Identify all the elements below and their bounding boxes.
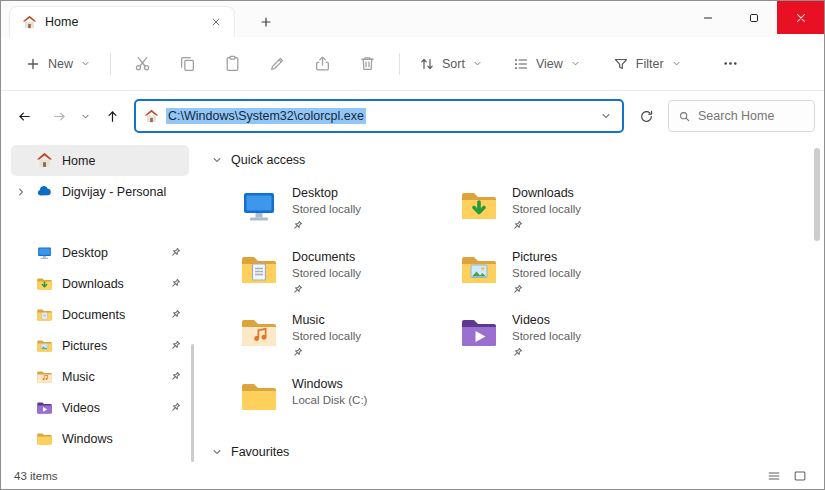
- folder-tile-documents[interactable]: Documents Stored locally: [239, 249, 459, 313]
- window-controls: [685, 1, 824, 34]
- command-toolbar: New Sort View Filter: [1, 37, 824, 91]
- windows-folder-icon: [239, 376, 279, 416]
- quick-access-grid: Desktop Stored locally Downloads Stored …: [239, 185, 679, 439]
- sidebar-item-label: Home: [62, 154, 95, 168]
- tab-home[interactable]: Home: [9, 6, 235, 37]
- pin-icon: [170, 371, 181, 382]
- sidebar-item-label: Videos: [62, 401, 100, 415]
- sidebar-item-onedrive[interactable]: Digvijay - Personal: [11, 176, 189, 207]
- sidebar-item-desktop[interactable]: Desktop: [11, 237, 189, 268]
- sidebar-item-label: Digvijay - Personal: [62, 185, 166, 199]
- sidebar-item-label: Downloads: [62, 277, 124, 291]
- tab-close-button[interactable]: [206, 12, 226, 32]
- chevron-down-icon: [472, 58, 483, 69]
- sidebar-item-home[interactable]: Home: [11, 145, 189, 176]
- paste-button[interactable]: [210, 47, 255, 81]
- folder-tile-pictures[interactable]: Pictures Stored locally: [459, 249, 679, 313]
- forward-button[interactable]: [44, 101, 75, 132]
- view-button-label: View: [536, 57, 563, 71]
- back-button[interactable]: [9, 101, 40, 132]
- folder-tile-music[interactable]: Music Stored locally: [239, 312, 459, 376]
- videos-folder-icon: [459, 312, 499, 352]
- address-bar[interactable]: C:\Windows\System32\colorcpl.exe: [134, 99, 624, 133]
- pin-icon: [512, 220, 523, 231]
- item-count: 43 items: [14, 470, 57, 482]
- view-icon: [513, 56, 529, 72]
- recent-locations-button[interactable]: [75, 101, 95, 132]
- folder-subtitle: Stored locally: [512, 266, 581, 280]
- sidebar-item-videos[interactable]: Videos: [11, 392, 189, 423]
- content-scrollbar[interactable]: [814, 148, 820, 241]
- view-toggles: [763, 466, 811, 486]
- favourites-section-header: Favourites: [211, 445, 289, 459]
- videos-icon: [36, 399, 53, 416]
- title-bar: Home: [1, 1, 824, 37]
- sidebar-item-label: Desktop: [62, 246, 108, 260]
- folder-tile-desktop[interactable]: Desktop Stored locally: [239, 185, 459, 249]
- folder-subtitle: Stored locally: [292, 266, 361, 280]
- sidebar-item-downloads[interactable]: Downloads: [11, 268, 189, 299]
- documents-icon: [36, 306, 53, 323]
- desktop-icon: [36, 244, 53, 261]
- share-button[interactable]: [300, 47, 345, 81]
- sidebar-item-label: Pictures: [62, 339, 107, 353]
- filter-button-label: Filter: [636, 57, 664, 71]
- filter-button[interactable]: Filter: [603, 47, 692, 81]
- more-options-button[interactable]: [708, 47, 753, 81]
- large-icons-view-button[interactable]: [789, 466, 811, 486]
- home-icon: [22, 15, 37, 30]
- up-icon: [105, 109, 120, 124]
- address-dropdown-button[interactable]: [600, 110, 612, 122]
- chevron-down-icon: [570, 58, 581, 69]
- new-tab-button[interactable]: [253, 10, 279, 34]
- rename-button[interactable]: [255, 47, 300, 81]
- collapse-chevron-icon[interactable]: [211, 446, 223, 458]
- folder-tile-downloads[interactable]: Downloads Stored locally: [459, 185, 679, 249]
- chevron-down-icon: [600, 110, 612, 122]
- new-button[interactable]: New: [15, 47, 101, 81]
- chevron-down-icon: [671, 58, 682, 69]
- search-input[interactable]: [698, 109, 805, 123]
- cut-button[interactable]: [120, 47, 165, 81]
- minimize-icon: [701, 11, 715, 25]
- view-button[interactable]: View: [503, 47, 591, 81]
- expand-chevron-icon[interactable]: [15, 186, 27, 198]
- sort-button-label: Sort: [442, 57, 465, 71]
- folder-subtitle: Stored locally: [292, 329, 361, 343]
- section-label: Quick access: [231, 153, 305, 167]
- refresh-button[interactable]: [631, 101, 661, 131]
- chevron-down-icon: [80, 111, 91, 122]
- pin-icon: [170, 309, 181, 320]
- sort-button[interactable]: Sort: [409, 47, 493, 81]
- close-icon: [794, 11, 808, 25]
- sidebar-item-pictures[interactable]: Pictures: [11, 330, 189, 361]
- delete-button[interactable]: [345, 47, 390, 81]
- sidebar-group-gap: [1, 207, 197, 237]
- folder-subtitle: Local Disk (C:): [292, 393, 367, 407]
- sidebar-scrollbar[interactable]: [191, 344, 194, 462]
- navigation-bar: C:\Windows\System32\colorcpl.exe: [1, 91, 824, 141]
- sidebar-item-documents[interactable]: Documents: [11, 299, 189, 330]
- pin-icon: [170, 402, 181, 413]
- toolbar-divider: [399, 53, 400, 75]
- collapse-chevron-icon[interactable]: [211, 154, 223, 166]
- sidebar-item-windows[interactable]: Windows: [11, 423, 189, 454]
- folder-tile-windows[interactable]: Windows Local Disk (C:): [239, 376, 459, 440]
- folder-tile-videos[interactable]: Videos Stored locally: [459, 312, 679, 376]
- close-button[interactable]: [777, 1, 824, 34]
- pin-icon: [292, 284, 303, 295]
- address-path[interactable]: C:\Windows\System32\colorcpl.exe: [166, 108, 366, 124]
- quick-access-section-header: Quick access: [211, 153, 305, 167]
- details-view-button[interactable]: [763, 466, 785, 486]
- minimize-button[interactable]: [685, 1, 731, 34]
- copy-button[interactable]: [165, 47, 210, 81]
- search-box[interactable]: [668, 100, 815, 132]
- sidebar-item-music[interactable]: Music: [11, 361, 189, 392]
- maximize-button[interactable]: [731, 1, 777, 34]
- status-bar: 43 items: [1, 463, 824, 489]
- close-icon: [210, 16, 222, 28]
- cut-icon: [134, 55, 151, 72]
- up-button[interactable]: [97, 101, 128, 132]
- maximize-icon: [747, 11, 761, 25]
- folder-name: Pictures: [512, 250, 581, 265]
